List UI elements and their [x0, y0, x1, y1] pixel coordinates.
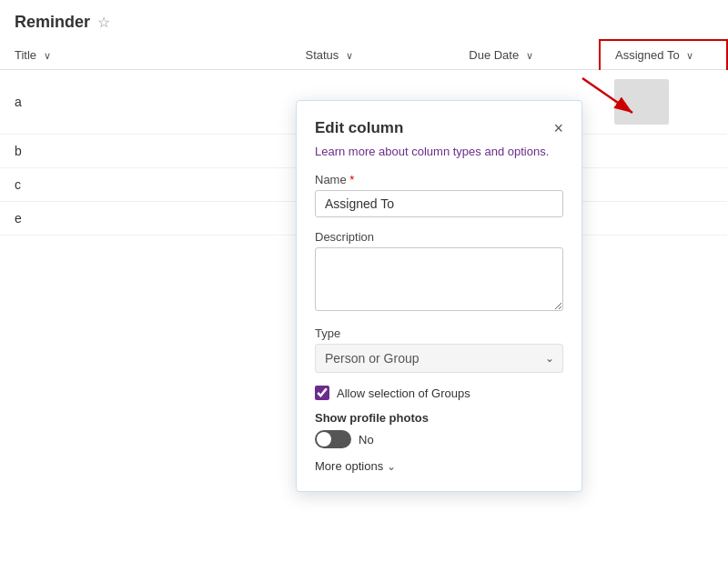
- page-header: Reminder ☆: [0, 0, 728, 39]
- type-field-group: Type Person or Group ⌄: [315, 326, 563, 373]
- cell-title: c: [0, 168, 290, 202]
- type-select-wrapper: Person or Group ⌄: [315, 344, 563, 373]
- chevron-down-icon: ⌄: [387, 460, 396, 473]
- sort-icon-assigned: ∨: [686, 50, 693, 61]
- allow-groups-row: Allow selection of Groups: [315, 386, 563, 400]
- edit-column-panel: Edit column × Learn more about column ty…: [296, 100, 582, 492]
- cell-title: a: [0, 70, 290, 135]
- toggle-label: No: [359, 433, 374, 447]
- toggle-row: No: [315, 430, 563, 448]
- profile-photos-toggle[interactable]: [315, 430, 351, 448]
- close-button[interactable]: ×: [553, 120, 563, 136]
- sort-icon-duedate: ∨: [526, 50, 533, 61]
- col-header-assigned[interactable]: Assigned To ∨: [600, 40, 727, 70]
- cell-assigned: [600, 168, 727, 202]
- cell-assigned: [600, 202, 727, 236]
- cell-title: b: [0, 135, 290, 168]
- cell-assigned: [600, 135, 727, 168]
- name-label: Name *: [315, 173, 563, 186]
- sort-icon-status: ∨: [346, 50, 353, 61]
- toggle-knob: [317, 432, 331, 447]
- panel-header: Edit column ×: [315, 119, 563, 137]
- allow-groups-checkbox[interactable]: [315, 386, 329, 400]
- show-profile-group: Show profile photos No: [315, 411, 563, 448]
- sort-icon-title: ∨: [44, 50, 51, 61]
- page-title: Reminder: [15, 13, 90, 32]
- description-label: Description: [315, 230, 563, 244]
- more-options-button[interactable]: More options ⌄: [315, 459, 563, 473]
- type-label: Type: [315, 326, 563, 340]
- red-arrow-annotation: [573, 69, 646, 119]
- required-star: *: [349, 173, 354, 186]
- star-icon[interactable]: ☆: [97, 14, 110, 31]
- allow-groups-label[interactable]: Allow selection of Groups: [337, 386, 470, 400]
- name-input[interactable]: [315, 190, 563, 217]
- cell-title: e: [0, 202, 290, 236]
- col-header-duedate[interactable]: Due Date ∨: [454, 40, 600, 70]
- col-header-status[interactable]: Status ∨: [290, 40, 454, 70]
- type-select[interactable]: Person or Group: [315, 344, 563, 373]
- col-header-title[interactable]: Title ∨: [0, 40, 290, 70]
- name-field-group: Name *: [315, 173, 563, 217]
- show-profile-label: Show profile photos: [315, 411, 563, 425]
- learn-more-link[interactable]: Learn more about column types and option…: [315, 145, 563, 158]
- description-textarea[interactable]: [315, 247, 563, 311]
- panel-title: Edit column: [315, 119, 403, 137]
- svg-line-1: [582, 78, 632, 113]
- description-field-group: Description: [315, 230, 563, 314]
